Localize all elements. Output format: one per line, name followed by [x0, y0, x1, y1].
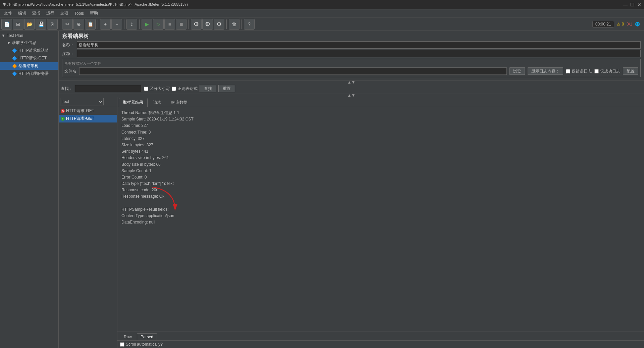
- results-layout: Text RegExp Tester CSS/JQuery Tester XPa…: [59, 97, 644, 348]
- tab-request[interactable]: 请求: [149, 98, 166, 107]
- menu-options[interactable]: 选项: [58, 10, 71, 17]
- warning-count: 0: [622, 22, 624, 27]
- case-sensitive-checkbox[interactable]: [144, 87, 148, 91]
- timer-display: 00:00:21: [592, 21, 614, 28]
- new-button[interactable]: 📄: [1, 19, 12, 30]
- search-bar: 查找： 区分大小写 正则表达式 查找 重置: [59, 84, 644, 94]
- regex-checkbox[interactable]: [172, 87, 176, 91]
- collapse-bar-2[interactable]: ▲▼: [59, 94, 644, 97]
- clear-button[interactable]: 🗑: [229, 19, 239, 30]
- toolbar: 📄 ⊞ 📂 💾 ⎘ ✂ ⊕ 📋 + − ↕ ▶ ▷ ■ ⏹ ⚙ ⚙ ⚙ 🗑 ? …: [0, 17, 644, 31]
- window-controls[interactable]: — ❐ ✕: [623, 2, 641, 7]
- title-bar: 牛刀小试.jmx (E:\Wroks\tools\apache-jmeter-5…: [0, 0, 644, 9]
- sidebar-item-http-defaults[interactable]: 🔷 HTTP请求默认值: [0, 47, 58, 54]
- detail-size-bytes: Size in bytes: 327: [121, 142, 640, 148]
- maximize-button[interactable]: ❐: [630, 2, 635, 7]
- expand-icon-get-students: ▼: [7, 41, 11, 45]
- sample-item-label-error: HTTP请求-GET: [66, 108, 94, 114]
- save-button[interactable]: 💾: [36, 19, 46, 30]
- regex-check[interactable]: 正则表达式: [172, 86, 198, 92]
- collapse-bar-1[interactable]: ▲▼: [59, 81, 644, 84]
- detail-blank: [121, 200, 640, 206]
- templates-button[interactable]: ⊞: [13, 19, 23, 30]
- error-badge: 0/1: [627, 22, 632, 27]
- success-log-check[interactable]: 仅成功日志: [594, 68, 620, 74]
- cut-button[interactable]: ✂: [62, 19, 73, 30]
- copy-button[interactable]: ⊕: [73, 19, 84, 30]
- sidebar-item-test-plan[interactable]: ▼ Test Plan: [0, 32, 58, 39]
- comment-input[interactable]: [77, 50, 641, 57]
- detail-sent-bytes: Sent bytes:441: [121, 148, 640, 155]
- globe-icon: 🌐: [635, 22, 640, 27]
- menu-help[interactable]: 帮助: [87, 10, 101, 17]
- sidebar-item-view-results[interactable]: 🔶 察看结果树: [0, 62, 58, 70]
- menu-find[interactable]: 查找: [30, 10, 43, 17]
- toggle-button[interactable]: ↕: [126, 19, 137, 30]
- remote-stop-button[interactable]: ⚙: [202, 19, 213, 30]
- success-log-checkbox[interactable]: [594, 69, 599, 73]
- open-button[interactable]: 📂: [24, 19, 35, 30]
- sidebar-item-label-http-proxy: HTTP代理服务器: [18, 71, 49, 77]
- search-input[interactable]: [75, 85, 142, 92]
- menu-file[interactable]: 文件: [1, 10, 15, 17]
- sidebar-item-http-proxy[interactable]: 🔷 HTTP代理服务器: [0, 70, 58, 78]
- err-log-label: 仅错误日志: [572, 68, 592, 74]
- content-area: 察看结果树 名称： 注释： 所有数据写入一个文件 文件名 浏览 显示日志内容：: [59, 31, 644, 348]
- stop-now-button[interactable]: ⏹: [176, 19, 186, 30]
- config-button[interactable]: 配置: [623, 67, 638, 75]
- sidebar-item-get-students[interactable]: ▼ 获取学生信息: [0, 39, 58, 47]
- menu-edit[interactable]: 编辑: [15, 10, 29, 17]
- close-button[interactable]: ✕: [637, 2, 641, 7]
- file-section-title: 所有数据写入一个文件: [64, 61, 638, 66]
- file-input[interactable]: [79, 67, 507, 75]
- minimize-button[interactable]: —: [623, 2, 628, 7]
- expand-icon-test-plan: ▼: [1, 33, 5, 38]
- log-display-button[interactable]: 显示日志内容：: [528, 67, 563, 75]
- name-input[interactable]: [77, 41, 641, 49]
- warning-icon: ⚠: [617, 22, 621, 27]
- name-row: 名称：: [62, 41, 641, 49]
- paste-button[interactable]: 📋: [85, 19, 96, 30]
- detail-http-sample-fields: HTTPSampleResult fields:: [121, 206, 640, 213]
- sample-item-success[interactable]: ✓ HTTP请求-GET: [59, 115, 117, 122]
- err-log-checkbox[interactable]: [566, 69, 570, 73]
- detail-body-size: Body size in bytes: 66: [121, 161, 640, 168]
- menu-run[interactable]: 运行: [44, 10, 57, 17]
- bottom-tab-parsed[interactable]: Parsed: [137, 333, 157, 340]
- response-code-row: Response code: 200: [121, 187, 640, 193]
- reset-button[interactable]: 重置: [218, 85, 235, 92]
- browse-button[interactable]: 浏览: [509, 67, 525, 75]
- success-log-label: 仅成功日志: [600, 68, 620, 74]
- menu-tools[interactable]: Tools: [72, 10, 87, 16]
- icon-http-proxy: 🔷: [12, 71, 17, 76]
- sidebar-item-http-get[interactable]: 🔷 HTTP请求-GET: [0, 54, 58, 62]
- bottom-tab-raw[interactable]: Raw: [120, 333, 136, 340]
- remote-start-button[interactable]: ⚙: [191, 19, 202, 30]
- scroll-auto-checkbox[interactable]: [120, 342, 124, 347]
- sidebar: ▼ Test Plan ▼ 获取学生信息 🔷 HTTP请求默认值 🔷 HTTP请…: [0, 31, 59, 348]
- sample-item-error[interactable]: ✕ HTTP请求-GET: [59, 107, 117, 115]
- remote-stop-now-button[interactable]: ⚙: [214, 19, 224, 30]
- save-as-button[interactable]: ⎘: [47, 19, 58, 30]
- case-sensitive-check[interactable]: 区分大小写: [144, 86, 170, 92]
- run-button[interactable]: ▶: [142, 19, 152, 30]
- regex-label: 正则表达式: [177, 86, 198, 92]
- format-dropdown[interactable]: Text RegExp Tester CSS/JQuery Tester XPa…: [60, 98, 104, 105]
- detail-response-code: Response code: 200: [121, 187, 640, 193]
- tab-sampler-results[interactable]: 取样器结果: [119, 98, 148, 107]
- sample-list: Text RegExp Tester CSS/JQuery Tester XPa…: [59, 97, 117, 348]
- expand-button[interactable]: +: [100, 19, 111, 30]
- tab-response-data[interactable]: 响应数据: [167, 98, 192, 107]
- detail-response-message: Response message: Ok: [121, 193, 640, 200]
- scroll-auto-label: Scroll automatically?: [126, 342, 163, 347]
- help-button[interactable]: ?: [244, 19, 255, 30]
- stop-button[interactable]: ■: [164, 19, 175, 30]
- panel-header: 察看结果树 名称： 注释： 所有数据写入一个文件 文件名 浏览 显示日志内容：: [59, 31, 644, 81]
- sep2: [98, 19, 98, 29]
- collapse-button[interactable]: −: [111, 19, 122, 30]
- tabs-bar: 取样器结果 请求 响应数据: [117, 97, 644, 107]
- icon-http-get: 🔷: [12, 56, 17, 61]
- search-button[interactable]: 查找: [200, 85, 216, 92]
- run-no-pause-button[interactable]: ▷: [153, 19, 164, 30]
- err-log-check[interactable]: 仅错误日志: [566, 68, 592, 74]
